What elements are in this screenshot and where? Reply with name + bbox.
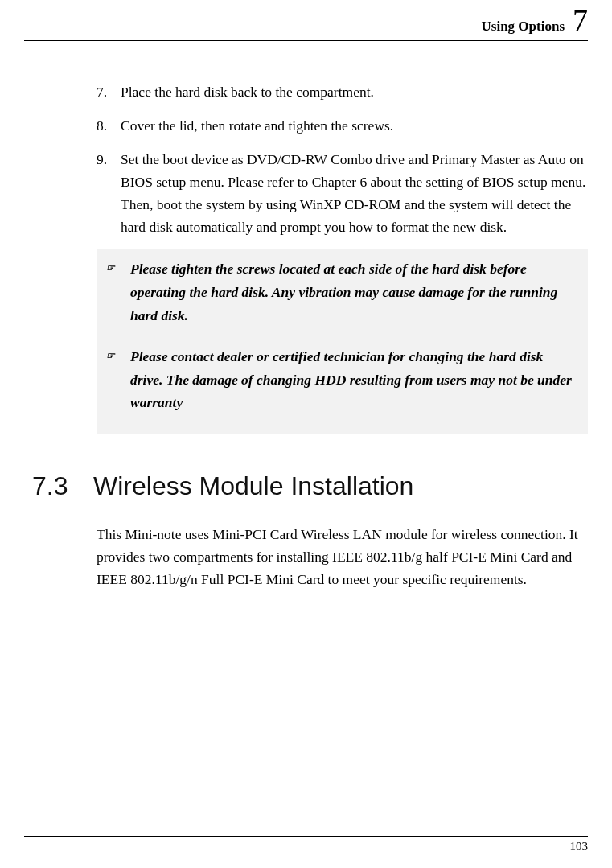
footer-rule bbox=[24, 836, 588, 837]
step-number: 9. bbox=[97, 148, 121, 238]
page-footer: 103 bbox=[24, 836, 588, 854]
step-text: Place the hard disk back to the compartm… bbox=[121, 80, 588, 103]
note-text: Please tighten the screws located at eac… bbox=[130, 257, 578, 327]
page: Using Options 7 7. Place the hard disk b… bbox=[0, 0, 612, 868]
note-box: ☞ Please tighten the screws located at e… bbox=[97, 249, 588, 434]
page-number: 103 bbox=[24, 840, 588, 854]
note-text: Please contact dealer or certified techn… bbox=[130, 345, 578, 415]
section-title: Wireless Module Installation bbox=[93, 471, 413, 500]
step-9: 9. Set the boot device as DVD/CD-RW Comb… bbox=[97, 148, 588, 238]
step-text: Set the boot device as DVD/CD-RW Combo d… bbox=[121, 148, 588, 238]
header-rule bbox=[24, 40, 588, 41]
note-bullet-icon: ☞ bbox=[106, 345, 130, 415]
content-area: 7. Place the hard disk back to the compa… bbox=[97, 80, 588, 804]
chapter-title: Using Options bbox=[482, 19, 565, 35]
note-2: ☞ Please contact dealer or certified tec… bbox=[97, 342, 588, 430]
step-8: 8. Cover the lid, then rotate and tighte… bbox=[97, 114, 588, 137]
step-7: 7. Place the hard disk back to the compa… bbox=[97, 80, 588, 103]
note-1: ☞ Please tighten the screws located at e… bbox=[97, 254, 588, 342]
section-body: This Mini-note uses Mini-PCI Card Wirele… bbox=[97, 523, 588, 590]
step-number: 7. bbox=[97, 80, 121, 103]
page-header: Using Options 7 bbox=[24, 0, 588, 41]
section-heading: 7.3Wireless Module Installation bbox=[32, 466, 588, 507]
note-bullet-icon: ☞ bbox=[106, 257, 130, 327]
step-text: Cover the lid, then rotate and tighten t… bbox=[121, 114, 588, 137]
step-number: 8. bbox=[97, 114, 121, 137]
section-number: 7.3 bbox=[32, 466, 93, 507]
chapter-number: 7 bbox=[573, 5, 588, 35]
